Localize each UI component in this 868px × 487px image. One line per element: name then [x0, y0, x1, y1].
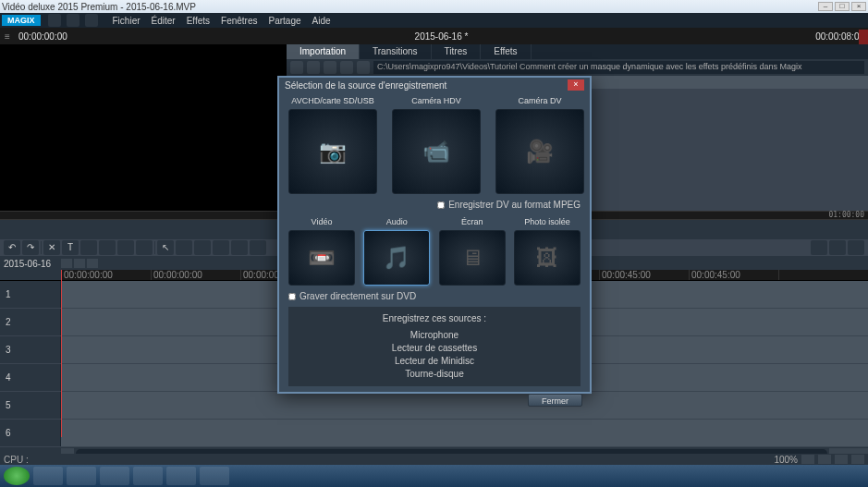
tool-i-icon[interactable]: [250, 240, 266, 255]
tool-g-icon[interactable]: [213, 240, 229, 255]
source-thumb[interactable]: 📷: [288, 109, 377, 194]
cut-icon[interactable]: ✕: [43, 240, 60, 255]
tab-importation[interactable]: Importation: [287, 44, 360, 59]
path-field[interactable]: C:\Users\magixpro947\Videos\Tutoriel Com…: [373, 61, 864, 74]
burn-dvd-input[interactable]: [288, 293, 296, 300]
title-tool-icon[interactable]: T: [62, 240, 79, 255]
window-maximize-button[interactable]: □: [835, 2, 850, 11]
pointer-tool-icon[interactable]: ↖: [157, 240, 174, 255]
menu-editer[interactable]: Éditer: [146, 16, 181, 26]
hamburger-icon[interactable]: ≡: [0, 31, 15, 42]
sb-c-icon[interactable]: [835, 455, 848, 464]
track-head[interactable]: 2: [0, 309, 61, 335]
info-line: Tourne-disque: [294, 368, 575, 381]
menu-effets[interactable]: Effets: [181, 16, 215, 26]
tab-effets[interactable]: Effets: [481, 44, 531, 59]
source-thumb[interactable]: 🖥: [439, 230, 506, 286]
ruler-mark: 00:00:45:00: [599, 270, 689, 280]
tool-d-icon[interactable]: [136, 240, 153, 255]
tool-b-icon[interactable]: [99, 240, 116, 255]
nav-fwd-icon[interactable]: [307, 61, 320, 74]
tool-h-icon[interactable]: [231, 240, 248, 255]
info-line: Lecteur de Minidisc: [294, 355, 575, 368]
taskbar-ie-icon[interactable]: [33, 467, 63, 485]
brand-logo: MAGIX: [2, 15, 41, 26]
window-close-button[interactable]: ×: [851, 2, 866, 11]
tl-btn-c[interactable]: [87, 259, 98, 268]
track-head[interactable]: 6: [0, 420, 61, 446]
menu-fenetres[interactable]: Fenêtres: [215, 16, 263, 26]
tl-btn-b[interactable]: [74, 259, 85, 268]
source-label: Caméra HDV: [411, 96, 461, 109]
window-minimize-button[interactable]: –: [818, 2, 833, 11]
source-thumb[interactable]: 🎥: [495, 109, 584, 194]
tool-a-icon[interactable]: [80, 240, 97, 255]
source-thumb[interactable]: 📹: [392, 109, 481, 194]
record-source-dialog: Sélection de la source d'enregistrement …: [277, 76, 592, 394]
burn-dvd-checkbox[interactable]: Graver directement sur DVD: [288, 291, 416, 301]
view-mode-a-icon[interactable]: [811, 240, 827, 255]
taskbar-magix-icon[interactable]: [166, 467, 196, 485]
tool-e-icon[interactable]: [176, 240, 192, 255]
menu-aide[interactable]: Aide: [307, 16, 336, 26]
nav-back-icon[interactable]: [290, 61, 303, 74]
source-photo-isol-e[interactable]: Photo isolée🖼: [514, 217, 581, 286]
tool-f-icon[interactable]: [194, 240, 211, 255]
info-panel: Enregistrez ces sources : MicrophoneLect…: [288, 307, 581, 386]
undo-icon[interactable]: ↶: [4, 240, 20, 255]
track-head[interactable]: 3: [0, 336, 61, 363]
new-icon[interactable]: [48, 14, 61, 27]
sb-d-icon[interactable]: [851, 455, 864, 464]
source-cam-ra-hdv[interactable]: Caméra HDV📹: [392, 96, 481, 194]
track-head[interactable]: 1: [0, 281, 61, 308]
dialog-titlebar[interactable]: Sélection de la source d'enregistrement …: [279, 78, 590, 92]
tool-c-icon[interactable]: [117, 240, 134, 255]
track-lane[interactable]: [61, 420, 868, 446]
source-thumb[interactable]: 🖼: [514, 230, 581, 286]
dv-mpeg-checkbox[interactable]: Enregistrer DV au format MPEG: [437, 200, 581, 210]
sb-b-icon[interactable]: [818, 455, 831, 464]
track-head[interactable]: 4: [0, 364, 61, 391]
source-vid-o[interactable]: Vidéo📼: [288, 217, 355, 286]
taskbar-explorer-icon[interactable]: [67, 467, 96, 485]
view-mode-c-icon[interactable]: [848, 240, 864, 255]
source-thumb[interactable]: 🎵: [363, 230, 430, 286]
source-audio[interactable]: Audio🎵: [363, 217, 430, 286]
source-cam-ra-dv[interactable]: Caméra DV🎥: [495, 96, 584, 194]
source-label: AVCHD/carte SD/USB: [291, 96, 373, 109]
menu-partage[interactable]: Partage: [263, 16, 307, 26]
source-thumb[interactable]: 📼: [288, 230, 355, 286]
dialog-close-button[interactable]: ×: [568, 79, 584, 91]
redo-icon[interactable]: ↷: [22, 240, 39, 255]
sb-a-icon[interactable]: [801, 455, 814, 464]
menu-fichier[interactable]: Fichier: [107, 16, 146, 26]
track-row: 6: [0, 420, 868, 447]
window-titlebar: Vidéo deluxe 2015 Premium - 2015-06-16.M…: [0, 0, 868, 13]
nav-up-icon[interactable]: [324, 61, 336, 74]
source-label: Écran: [461, 217, 483, 230]
view-mode-b-icon[interactable]: [829, 240, 846, 255]
taskbar-app-a-icon[interactable]: [133, 467, 163, 485]
taskbar-media-icon[interactable]: [100, 467, 129, 485]
window-title: Vidéo deluxe 2015 Premium - 2015-06-16.M…: [2, 2, 196, 12]
scrub-end-time: 01:00:00: [828, 211, 864, 219]
panel-toolbar: C:\Users\magixpro947\Videos\Tutoriel Com…: [287, 59, 868, 76]
save-icon[interactable]: [85, 14, 98, 27]
open-icon[interactable]: [67, 14, 79, 27]
source--cran[interactable]: Écran🖥: [439, 217, 506, 286]
timecode-start: 00:00:00:00: [15, 31, 67, 42]
refresh-icon[interactable]: [357, 61, 370, 74]
start-button[interactable]: [4, 467, 30, 485]
dialog-title: Sélection de la source d'enregistrement: [285, 80, 446, 91]
taskbar-app-b-icon[interactable]: [200, 467, 229, 485]
source-avchd-carte-sd-usb[interactable]: AVCHD/carte SD/USB📷: [288, 96, 377, 194]
dv-mpeg-input[interactable]: [437, 201, 445, 209]
dialog-close-btn[interactable]: Fermer: [528, 394, 582, 407]
tab-titres[interactable]: Titres: [432, 44, 482, 59]
menubar: MAGIX Fichier Éditer Effets Fenêtres Par…: [0, 13, 868, 28]
track-head[interactable]: 5: [0, 392, 61, 419]
view-icon[interactable]: [340, 61, 353, 74]
tab-transitions[interactable]: Transitions: [360, 44, 432, 59]
playhead[interactable]: [61, 270, 62, 437]
tl-btn-a[interactable]: [61, 259, 72, 268]
